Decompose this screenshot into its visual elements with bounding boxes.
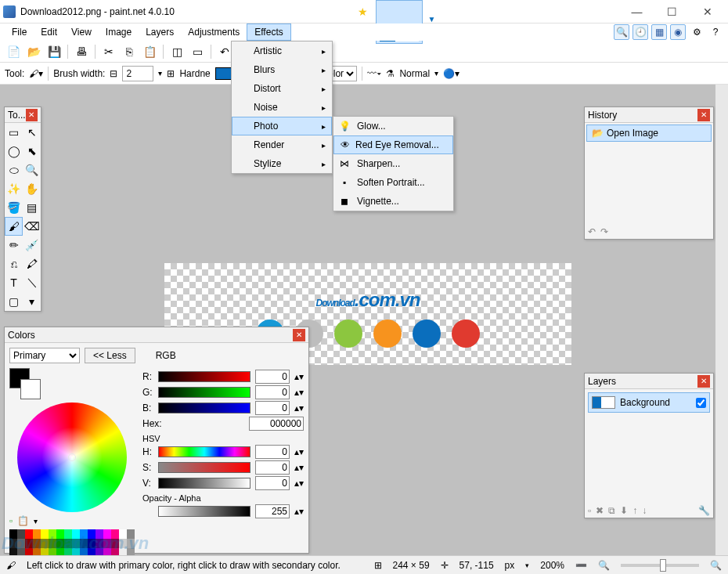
layers-close-icon[interactable]: ✕ xyxy=(697,375,710,388)
flask-icon[interactable]: ⚗ xyxy=(386,68,395,79)
tool-move-selection[interactable]: ⬉ xyxy=(23,142,41,161)
colors-close-icon[interactable]: ✕ xyxy=(293,329,305,341)
effects-noise[interactable]: Noise▸ xyxy=(232,98,332,117)
effects-stylize[interactable]: Stylize▸ xyxy=(232,154,332,173)
effects-render[interactable]: Render▸ xyxy=(232,135,332,154)
effects-photo[interactable]: Photo▸ xyxy=(232,117,332,135)
minimize-button[interactable]: — xyxy=(619,0,654,23)
sphere-icon[interactable]: 🔵▾ xyxy=(443,68,460,79)
layer-visible-checkbox[interactable] xyxy=(696,398,706,408)
r-input[interactable] xyxy=(255,370,290,384)
layer-merge-icon[interactable]: ⬇ xyxy=(620,505,628,516)
v-stepper-icon[interactable]: ▴▾ xyxy=(294,478,304,489)
tool-move[interactable]: ↖ xyxy=(23,123,41,142)
h-slider[interactable] xyxy=(158,446,250,457)
photo-sharpen[interactable]: ⋈Sharpen... xyxy=(333,154,453,173)
r-slider[interactable] xyxy=(158,371,250,382)
tool-line[interactable]: ＼ xyxy=(23,273,41,292)
tool-gradient[interactable]: ▤ xyxy=(23,198,41,217)
palette-dropdown-icon[interactable]: ▾ xyxy=(34,517,38,525)
b-slider[interactable] xyxy=(158,403,250,413)
thumbnail-toggle-icon[interactable]: ▼ xyxy=(427,15,435,23)
opacity-slider[interactable] xyxy=(158,506,250,517)
zoom-in-icon[interactable]: 🔍 xyxy=(598,560,610,571)
b-input[interactable] xyxy=(255,401,290,415)
tool-rect[interactable]: ▢ xyxy=(5,292,23,311)
blend-dropdown-icon[interactable]: ▾ xyxy=(434,69,438,78)
tool-window-icon[interactable]: 🔍 xyxy=(614,24,629,40)
tool-ellipse-select[interactable]: ⬭ xyxy=(5,161,23,179)
star-icon[interactable]: ★ xyxy=(358,5,368,18)
tool-shapes[interactable]: ▾ xyxy=(23,292,41,311)
photo-glow[interactable]: 💡Glow... xyxy=(333,117,453,135)
color-swatches[interactable] xyxy=(9,368,41,399)
zoom-out-icon[interactable]: ➖ xyxy=(575,560,587,571)
colors-window-icon[interactable]: ◉ xyxy=(670,24,686,40)
photo-vignette[interactable]: ◼Vignette... xyxy=(333,192,453,211)
tool-clone[interactable]: ⎌ xyxy=(5,255,23,273)
g-input[interactable] xyxy=(255,385,290,399)
tool-rect-select[interactable]: ▭ xyxy=(5,123,23,142)
tool-fill[interactable]: 🪣 xyxy=(5,198,23,217)
tool-zoom[interactable]: 🔍 xyxy=(23,161,41,179)
menu-effects[interactable]: Effects xyxy=(247,23,290,41)
tool-magic-wand[interactable]: ✨ xyxy=(5,179,23,198)
layers-window-icon[interactable]: ▦ xyxy=(651,24,667,40)
settings-icon[interactable]: ⚙ xyxy=(689,24,705,40)
history-close-icon[interactable]: ✕ xyxy=(697,109,710,121)
effects-distort[interactable]: Distort▸ xyxy=(232,79,332,98)
layer-add-icon[interactable]: ▫ xyxy=(588,505,591,516)
antialias-icon[interactable]: 〰▾ xyxy=(367,68,381,79)
menu-layers[interactable]: Layers xyxy=(139,24,181,40)
palette-add-icon[interactable]: ▫ xyxy=(9,515,13,526)
new-file-icon[interactable]: 📄 xyxy=(5,43,22,60)
h-input[interactable] xyxy=(255,445,290,459)
brush-dropdown-icon[interactable]: ▾ xyxy=(158,69,162,78)
layer-item[interactable]: Background xyxy=(588,392,710,413)
brush-decrease-icon[interactable]: ⊟ xyxy=(110,68,117,79)
menu-view[interactable]: View xyxy=(64,24,99,40)
print-icon[interactable]: 🖶 xyxy=(73,43,90,60)
history-window-icon[interactable]: 🕘 xyxy=(632,24,648,40)
tool-lasso[interactable]: ◯ xyxy=(5,142,23,161)
s-slider[interactable] xyxy=(158,462,250,473)
layer-delete-icon[interactable]: ✖ xyxy=(596,505,604,516)
open-file-icon[interactable]: 📂 xyxy=(25,43,42,60)
save-icon[interactable]: 💾 xyxy=(45,43,63,60)
blend-mode[interactable]: Normal xyxy=(399,68,430,79)
deselect-icon[interactable]: ▭ xyxy=(189,43,206,60)
h-stepper-icon[interactable]: ▴▾ xyxy=(294,446,304,457)
history-redo-icon[interactable]: ↷ xyxy=(600,226,608,237)
paste-icon[interactable]: 📋 xyxy=(141,43,158,60)
tool-color-picker[interactable]: 💉 xyxy=(23,236,41,255)
unit-dropdown-icon[interactable]: ▾ xyxy=(525,561,529,569)
close-button[interactable]: ✕ xyxy=(690,0,725,23)
menu-image[interactable]: Image xyxy=(99,24,139,40)
layer-down-icon[interactable]: ↓ xyxy=(642,505,647,516)
layer-props-icon[interactable]: 🔧 xyxy=(698,505,710,516)
tool-text[interactable]: T xyxy=(5,273,23,292)
vertical-scrollbar[interactable] xyxy=(715,85,728,555)
menu-file[interactable]: File xyxy=(5,24,34,40)
copy-icon[interactable]: ⎘ xyxy=(121,43,138,60)
s-stepper-icon[interactable]: ▴▾ xyxy=(294,462,304,473)
g-stepper-icon[interactable]: ▴▾ xyxy=(294,387,304,398)
help-icon[interactable]: ? xyxy=(708,24,723,40)
photo-red-eye[interactable]: 👁Red Eye Removal... xyxy=(333,135,453,154)
effects-artistic[interactable]: Artistic▸ xyxy=(232,42,332,60)
colors-primary-select[interactable]: Primary xyxy=(9,348,80,363)
hex-input[interactable] xyxy=(249,417,304,431)
v-slider[interactable] xyxy=(158,478,250,489)
crop-icon[interactable]: ◫ xyxy=(168,43,186,60)
maximize-button[interactable]: ☐ xyxy=(654,0,690,23)
g-slider[interactable] xyxy=(158,387,250,398)
zoom-slider[interactable] xyxy=(621,564,699,567)
color-wheel[interactable] xyxy=(17,403,127,512)
history-undo-icon[interactable]: ↶ xyxy=(588,226,596,237)
opacity-input[interactable] xyxy=(255,504,290,518)
photo-soften[interactable]: ▪Soften Portrait... xyxy=(333,173,453,192)
layer-up-icon[interactable]: ↑ xyxy=(632,505,637,516)
s-input[interactable] xyxy=(255,460,290,475)
brush-increase-icon[interactable]: ⊞ xyxy=(167,68,175,79)
status-unit[interactable]: px xyxy=(505,560,515,571)
